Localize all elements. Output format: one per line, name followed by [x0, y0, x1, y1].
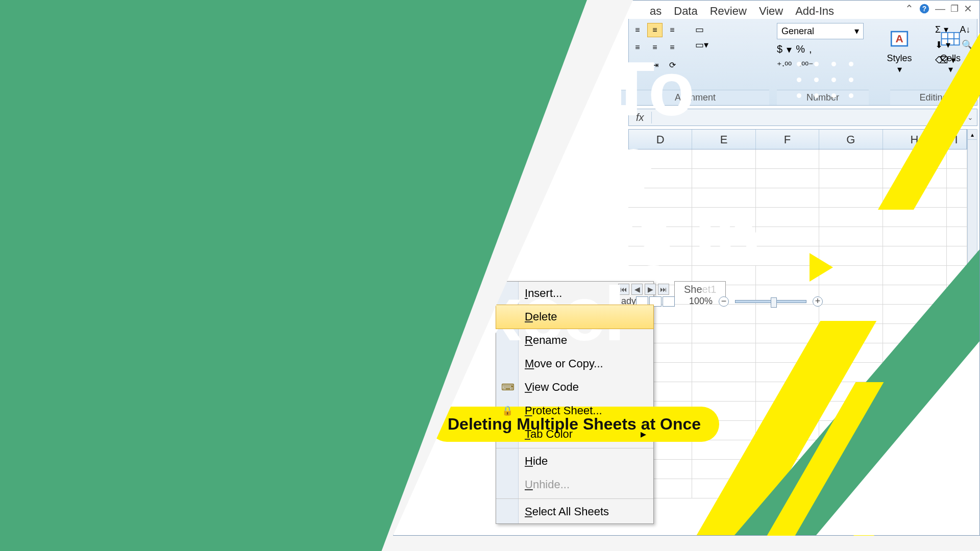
- minimize-icon[interactable]: —: [935, 3, 945, 15]
- sigma-icon: Σ: [935, 24, 941, 35]
- merge-center-button[interactable]: ▭▾: [695, 39, 708, 51]
- submenu-arrow-icon: ▸: [641, 428, 646, 441]
- chevron-down-icon: ▾: [854, 26, 859, 37]
- close-icon[interactable]: ✕: [964, 3, 972, 15]
- window-controls: ⌃ ? — ❐ ✕: [905, 3, 972, 15]
- chevron-down-icon: ▾: [879, 64, 920, 75]
- comma-button[interactable]: ,: [809, 43, 812, 56]
- align-bottom-icon[interactable]: ≡: [665, 23, 680, 37]
- fill-button[interactable]: ⬇▾ 🔍: [935, 39, 973, 51]
- styles-label: Styles: [879, 53, 920, 64]
- zoom-in-icon[interactable]: +: [813, 296, 823, 307]
- lock-icon: 🔒: [501, 405, 513, 416]
- styles-icon: A: [889, 28, 910, 49]
- align-middle-icon[interactable]: ≡: [647, 23, 663, 37]
- ctx-tab-color[interactable]: Tab Color▸: [496, 422, 653, 446]
- wrap-merge-group: ▭ ▭▾: [695, 24, 708, 51]
- play-triangle-icon: [810, 253, 833, 282]
- styles-button[interactable]: A Styles▾: [879, 28, 920, 75]
- tab-addins[interactable]: Add-Ins: [794, 3, 835, 20]
- sort-filter-icon[interactable]: A↓: [960, 24, 970, 35]
- ctx-view-code[interactable]: ⌨View Code: [496, 375, 653, 399]
- autosum-button[interactable]: Σ▾ A↓: [935, 24, 973, 35]
- code-icon: ⌨: [501, 382, 513, 393]
- number-format-value: General: [781, 26, 814, 37]
- wrap-text-button[interactable]: ▭: [695, 24, 708, 35]
- tab-review[interactable]: Review: [709, 3, 748, 20]
- tab-data[interactable]: Data: [673, 3, 698, 20]
- scroll-up-icon[interactable]: ▴: [968, 130, 977, 140]
- help-icon[interactable]: ?: [919, 3, 930, 14]
- ctx-move-copy[interactable]: Move or Copy...: [496, 352, 653, 375]
- ribbon-tabs: as Data Review View Add-Ins: [649, 3, 835, 20]
- fill-down-icon: ⬇: [935, 39, 943, 51]
- tab-formulas-partial[interactable]: as: [649, 3, 663, 20]
- ctx-delete[interactable]: Delete: [496, 305, 654, 329]
- ctx-unhide: Unhide...: [496, 473, 653, 496]
- number-format-select[interactable]: General▾: [777, 23, 864, 39]
- ctx-hide[interactable]: Hide: [496, 448, 653, 473]
- ribbon-collapse-icon[interactable]: ⌃: [905, 3, 914, 15]
- col-g[interactable]: G: [819, 130, 883, 149]
- tab-view[interactable]: View: [758, 3, 784, 20]
- svg-text:?: ?: [922, 5, 926, 13]
- svg-text:A: A: [895, 33, 903, 44]
- restore-icon[interactable]: ❐: [950, 3, 959, 14]
- ctx-rename[interactable]: Rename: [496, 329, 653, 352]
- align-top-icon[interactable]: ≡: [630, 23, 645, 37]
- ctx-protect-sheet[interactable]: 🔒Protect Sheet...: [496, 399, 653, 422]
- ctx-insert[interactable]: Insert...: [496, 282, 653, 305]
- sheet-context-menu: Insert... Delete Rename Move or Copy... …: [496, 281, 654, 524]
- eraser-icon: ⌫: [935, 55, 948, 66]
- dot-grid-bottom: [432, 474, 490, 510]
- ctx-select-all-sheets[interactable]: Select All Sheets: [496, 498, 653, 523]
